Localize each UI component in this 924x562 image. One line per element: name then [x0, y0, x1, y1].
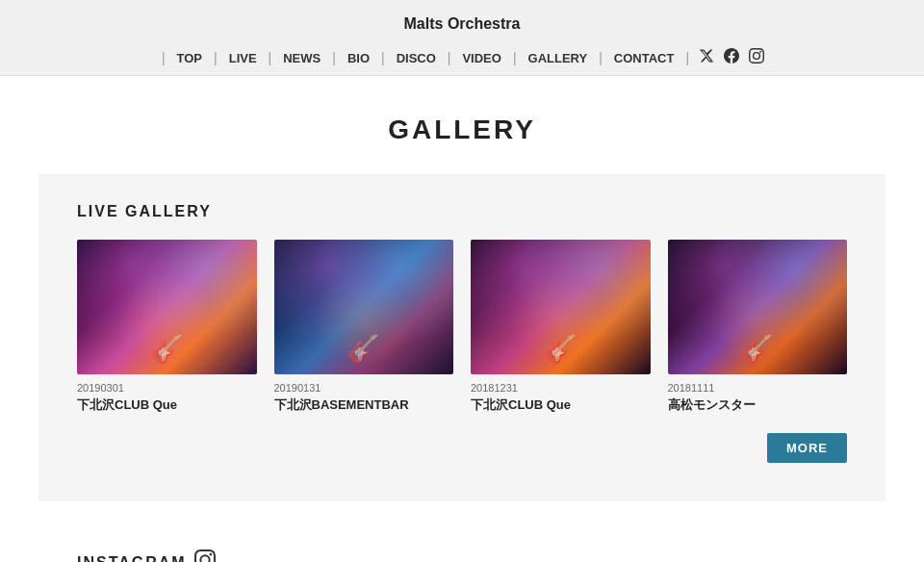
- gallery-date: 20190131: [274, 382, 454, 394]
- live-gallery-section: LIVE GALLERY 20190301 下北沢CLUB Que 201901…: [38, 174, 886, 501]
- nav-sep-start: |: [162, 50, 166, 65]
- gallery-grid: 20190301 下北沢CLUB Que 20190131 下北沢BASEMEN…: [77, 240, 847, 414]
- nav-sep-5: |: [448, 50, 451, 65]
- gallery-date: 20181231: [471, 382, 651, 394]
- facebook-nav-icon[interactable]: [724, 48, 739, 67]
- twitter-nav-icon[interactable]: [699, 48, 714, 67]
- gallery-venue: 下北沢CLUB Que: [471, 396, 651, 414]
- nav-item-video[interactable]: VIDEO: [452, 51, 510, 65]
- instagram-nav-icon[interactable]: [749, 48, 764, 67]
- gallery-item[interactable]: 20190131 下北沢BASEMENTBAR: [274, 240, 454, 414]
- gallery-image: [471, 240, 651, 374]
- instagram-label: INSTAGRAM: [77, 554, 187, 563]
- nav-sep-1: |: [214, 50, 218, 65]
- nav-sep-4: |: [381, 50, 385, 65]
- nav-sep-end: |: [685, 50, 689, 65]
- gallery-image: [668, 240, 848, 374]
- more-button[interactable]: MORE: [767, 433, 847, 463]
- nav-sep-6: |: [513, 50, 517, 65]
- gallery-date: 20181111: [668, 382, 848, 394]
- instagram-title: INSTAGRAM: [77, 549, 847, 562]
- gallery-date: 20190301: [77, 382, 257, 394]
- nav-item-news[interactable]: NEWS: [273, 51, 330, 65]
- live-gallery-title: LIVE GALLERY: [77, 203, 847, 220]
- gallery-image: [77, 240, 257, 374]
- page-heading: GALLERY: [38, 76, 886, 174]
- social-nav-icons: [699, 48, 764, 67]
- gallery-venue: 下北沢BASEMENTBAR: [274, 396, 454, 414]
- nav-item-disco[interactable]: DISCO: [387, 51, 446, 65]
- nav-item-contact[interactable]: CONTACT: [604, 51, 684, 65]
- gallery-venue: 高松モンスター: [668, 396, 848, 414]
- gallery-item[interactable]: 20181231 下北沢CLUB Que: [471, 240, 651, 414]
- site-title: Malts Orchestra: [0, 10, 924, 40]
- nav-item-bio[interactable]: BIO: [338, 51, 379, 65]
- instagram-icon: [194, 549, 216, 562]
- nav-item-live[interactable]: LIVE: [219, 51, 267, 65]
- site-header: Malts Orchestra | TOP | LIVE | NEWS | BI…: [0, 0, 924, 76]
- nav-item-gallery[interactable]: GALLERY: [519, 51, 598, 65]
- nav-sep-3: |: [332, 50, 336, 65]
- nav-sep-7: |: [599, 50, 603, 65]
- nav-item-top[interactable]: TOP: [167, 51, 213, 65]
- gallery-venue: 下北沢CLUB Que: [77, 396, 257, 414]
- nav-sep-2: |: [269, 50, 272, 65]
- gallery-item[interactable]: 20190301 下北沢CLUB Que: [77, 240, 257, 414]
- main-nav: | TOP | LIVE | NEWS | BIO | DISCO | VIDE…: [0, 40, 924, 75]
- page-content: GALLERY LIVE GALLERY 20190301 下北沢CLUB Qu…: [0, 76, 924, 562]
- more-button-wrapper: MORE: [77, 433, 847, 463]
- gallery-image: [274, 240, 454, 374]
- instagram-section: INSTAGRAM: [38, 521, 886, 562]
- gallery-item[interactable]: 20181111 高松モンスター: [668, 240, 848, 414]
